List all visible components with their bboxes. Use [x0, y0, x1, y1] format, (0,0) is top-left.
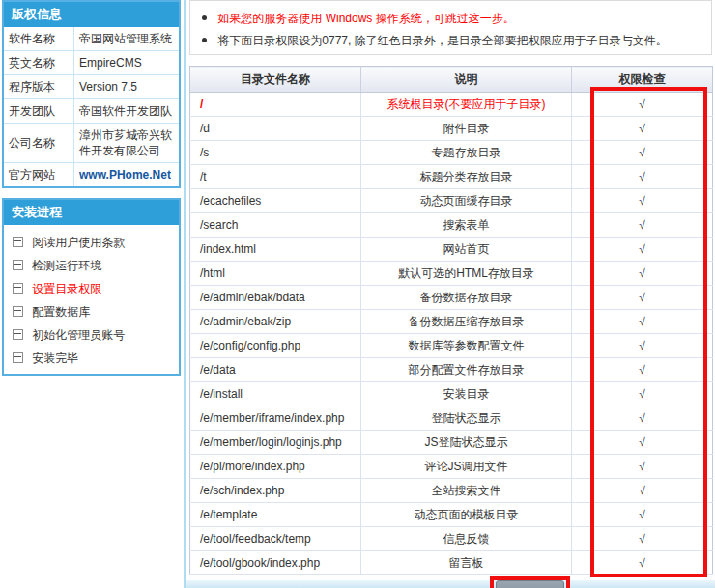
permission-check-cell: √ [572, 262, 713, 286]
install-progress-item[interactable]: 安装完毕 [13, 346, 175, 369]
description-cell: 登陆状态显示 [361, 406, 572, 431]
permission-check-cell: √ [572, 479, 713, 503]
permissions-table: 目录文件名称 说明 权限检查 / 系统根目录(不要应用于子目录) √ /d 附件… [189, 66, 713, 575]
permission-check-cell: √ [572, 310, 713, 334]
table-row: /e/config/config.php 数据库等参数配置文件 √ [190, 334, 713, 358]
permissions-table-body: / 系统根目录(不要应用于子目录) √ /d 附件目录 √ /s 专题存放目录 … [190, 93, 713, 575]
copyright-row: 公司名称 漳州市芗城帝兴软件开发有限公司 [4, 124, 179, 163]
permission-check-cell: √ [572, 93, 713, 117]
description-cell: 部分配置文件存放目录 [361, 358, 572, 382]
column-header-permission-check: 权限检查 [572, 67, 713, 93]
tree-collapse-icon [13, 329, 23, 340]
permission-check-cell: √ [572, 238, 713, 262]
table-row: /e/sch/index.php 全站搜索文件 √ [190, 479, 713, 503]
next-step-button[interactable] [496, 580, 564, 588]
copyright-row: 英文名称 EmpireCMS [4, 51, 179, 75]
footer-bar [186, 580, 715, 588]
instruction-item: 将下面目录权限设为0777, 除了红色目录外，是目录全部要把权限应用于子目录与文… [202, 30, 711, 52]
install-progress-title: 安装进程 [4, 200, 179, 225]
tree-collapse-icon [13, 306, 23, 317]
directory-path-cell: /e/admin/ebak/bdata [190, 286, 361, 310]
table-row: / 系统根目录(不要应用于子目录) √ [190, 93, 713, 117]
instruction-text: 如果您的服务器使用 Windows 操作系统，可跳过这一步。 [217, 12, 514, 25]
copyright-row-label: 软件名称 [4, 27, 74, 51]
table-row: /t 标题分类存放目录 √ [190, 165, 713, 189]
install-progress-item-label: 检测运行环境 [32, 259, 101, 272]
permission-check-cell: √ [572, 431, 713, 455]
description-cell: 标题分类存放目录 [361, 165, 572, 189]
install-progress-item-label: 配置数据库 [32, 305, 90, 319]
permission-check-cell: √ [572, 189, 713, 213]
description-cell: JS登陆状态显示 [361, 431, 572, 455]
instruction-text: 将下面目录权限设为0777, 除了红色目录外，是目录全部要把权限应用于子目录与文… [217, 34, 667, 47]
description-cell: 附件目录 [361, 117, 572, 141]
copyright-table: 软件名称 帝国网站管理系统 英文名称 EmpireCMS 程序版本 Versio… [4, 27, 179, 186]
description-cell: 数据库等参数配置文件 [361, 334, 572, 358]
install-progress-item-label: 初始化管理员账号 [32, 328, 125, 342]
copyright-panel: 版权信息 软件名称 帝国网站管理系统 英文名称 EmpireCMS 程序版本 V… [2, 0, 181, 188]
copyright-row-value: 帝国软件开发团队 [74, 99, 180, 124]
directory-path-cell: /e/install [190, 382, 361, 406]
copyright-row-label: 开发团队 [4, 99, 74, 124]
copyright-row: 软件名称 帝国网站管理系统 [4, 27, 179, 51]
copyright-row: 开发团队 帝国软件开发团队 [4, 99, 179, 124]
bullet-icon [202, 38, 207, 42]
directory-path-cell: /e/template [190, 503, 361, 527]
description-cell: 全站搜索文件 [361, 479, 572, 503]
permission-check-cell: √ [572, 286, 713, 310]
description-cell: 信息反馈 [361, 527, 572, 551]
install-progress-item[interactable]: 设置目录权限 [13, 276, 175, 299]
copyright-row-value[interactable]: www.PHome.Net [74, 163, 180, 187]
table-row: /index.html 网站首页 √ [190, 238, 713, 262]
table-row: /e/member/login/loginjs.php JS登陆状态显示 √ [190, 431, 713, 455]
description-cell: 系统根目录(不要应用于子目录) [361, 93, 572, 117]
permission-check-cell: √ [572, 334, 713, 358]
permission-check-cell: √ [572, 358, 713, 382]
permission-check-cell: √ [572, 165, 713, 189]
permission-check-cell: √ [572, 551, 713, 575]
directory-path-cell: /e/pl/more/index.php [190, 455, 361, 479]
directory-path-cell: /e/tool/feedback/temp [190, 527, 361, 551]
table-row: /d 附件目录 √ [190, 117, 713, 141]
permission-check-cell: √ [572, 503, 713, 527]
install-progress-list: 阅读用户使用条款 检测运行环境 设置目录权限 配置数据库 初始化管理员账号 安装… [4, 225, 179, 374]
install-progress-item[interactable]: 初始化管理员账号 [13, 322, 175, 346]
permission-check-cell: √ [572, 406, 713, 431]
instructions-list: 如果您的服务器使用 Windows 操作系统，可跳过这一步。 将下面目录权限设为… [190, 1, 711, 52]
table-row: /e/template 动态页面的模板目录 √ [190, 503, 713, 527]
install-progress-item[interactable]: 配置数据库 [13, 299, 175, 322]
install-progress-item[interactable]: 阅读用户使用条款 [13, 230, 175, 253]
permission-check-cell: √ [572, 382, 713, 406]
directory-path-cell: /e/admin/ebak/zip [190, 310, 361, 334]
table-row: /s 专题存放目录 √ [190, 141, 713, 165]
directory-path-cell: /index.html [190, 238, 361, 262]
copyright-row: 程序版本 Version 7.5 [4, 75, 179, 99]
description-cell: 备份数据压缩存放目录 [361, 310, 572, 334]
table-row: /ecachefiles 动态页面缓存目录 √ [190, 189, 713, 213]
table-row: /e/data 部分配置文件存放目录 √ [190, 358, 713, 382]
description-cell: 网站首页 [361, 238, 572, 262]
install-progress-item[interactable]: 检测运行环境 [13, 253, 175, 276]
table-row: /e/install 安装目录 √ [190, 382, 713, 406]
description-cell: 搜索表单 [361, 213, 572, 238]
description-cell: 动态页面的模板目录 [361, 503, 572, 527]
table-row: /e/pl/more/index.php 评论JS调用文件 √ [190, 455, 713, 479]
permission-check-cell: √ [572, 141, 713, 165]
permission-check-cell: √ [572, 213, 713, 238]
bullet-icon [202, 15, 207, 20]
description-cell: 动态页面缓存目录 [361, 189, 572, 213]
table-row: /e/tool/feedback/temp 信息反馈 √ [190, 527, 713, 551]
directory-path-cell: /d [190, 117, 361, 141]
install-progress-item-label: 安装完毕 [32, 351, 78, 365]
copyright-panel-title: 版权信息 [4, 2, 179, 27]
copyright-row-label: 官方网站 [4, 163, 74, 187]
directory-path-cell: /e/tool/gbook/index.php [190, 551, 361, 575]
table-row: /html 默认可选的HTML存放目录 √ [190, 262, 713, 286]
table-row: /e/tool/gbook/index.php 留言板 √ [190, 551, 713, 575]
table-row: /e/admin/ebak/zip 备份数据压缩存放目录 √ [190, 310, 713, 334]
instruction-item: 如果您的服务器使用 Windows 操作系统，可跳过这一步。 [202, 8, 711, 30]
tree-collapse-icon [13, 260, 23, 270]
column-header-directory: 目录文件名称 [190, 67, 361, 93]
directory-path-cell: /e/sch/index.php [190, 479, 361, 503]
table-row: /e/admin/ebak/bdata 备份数据存放目录 √ [190, 286, 713, 310]
